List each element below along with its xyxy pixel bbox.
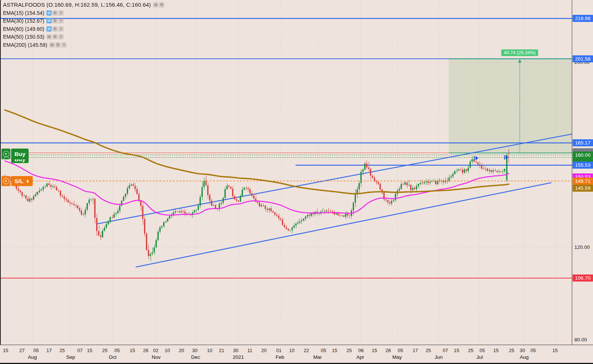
eye-icon[interactable] (46, 18, 52, 23)
price-axis-tick: 120.00 (574, 244, 590, 251)
time-axis-day-tick: 17 (46, 348, 52, 353)
indicator-icons: ⚙× (46, 34, 64, 39)
time-axis-month-label: Mar (313, 354, 322, 360)
price-chart-canvas[interactable] (0, 0, 572, 345)
buy-label: Buy (14, 151, 25, 157)
trading-chart-app: ASTRALFOODS (O:160.69, H:162.59, L:156.4… (0, 0, 593, 364)
indicator-label: EMA(200) (145.59) (3, 42, 47, 48)
time-axis-day-tick: 15 (493, 348, 499, 353)
time-axis-day-tick: 15 (454, 348, 459, 353)
time-axis-month-label: Aug (28, 354, 37, 360)
time-axis-month-label: Aug (520, 354, 529, 360)
price-axis-tick: 80.00 (574, 337, 587, 343)
indicator-label: EMA(50) (150.53) (3, 34, 44, 40)
time-axis-day-tick: 25 (347, 348, 352, 353)
stop-loss-tag[interactable]: × S/L ▲▼ (1, 176, 33, 186)
time-axis-month-label: May (392, 354, 402, 360)
time-axis-day-tick: 15 (332, 348, 337, 353)
price-line-label: 148.71 (573, 178, 593, 185)
symbol-ohlc-text: ASTRALFOODS (O:160.69, H:162.59, L:156.4… (3, 1, 151, 8)
time-axis-day-tick: 06 (358, 348, 364, 353)
symbol-legend-icons: ⚙ (153, 2, 164, 7)
time-axis-day-tick: 30 (520, 348, 525, 353)
close-icon[interactable]: × (58, 34, 64, 39)
time-axis-day-tick: 20 (179, 348, 184, 353)
gear-icon[interactable]: ⚙ (52, 34, 58, 39)
time-axis-day-tick: 05 (33, 348, 39, 353)
price-line-label: 165.17 (573, 139, 593, 146)
price-line-label: 155.53 (573, 162, 593, 169)
time-axis-day-tick: 11 (247, 348, 252, 353)
buy-position-tag[interactable]: × Buy Buy (1, 149, 29, 159)
eye-icon[interactable] (153, 2, 158, 7)
gear-icon[interactable]: ⚙ (52, 18, 58, 23)
time-axis-month-label: Jul (476, 354, 483, 360)
time-axis-day-tick: 27 (19, 348, 25, 353)
stop-loss-stepper[interactable]: ▲▼ (26, 179, 29, 183)
time-axis-day-tick: 15 (552, 348, 558, 353)
symbol-ohlc-row[interactable]: ASTRALFOODS (O:160.69, H:162.59, L:156.4… (3, 1, 164, 8)
price-line-label: 106.70 (573, 274, 593, 282)
price-line-label: 218.98 (573, 15, 593, 22)
eye-icon[interactable] (49, 42, 55, 48)
time-axis-month-label: Nov (152, 354, 161, 360)
time-axis-month-label: Apr (356, 354, 364, 360)
time-axis-day-tick: 25 (59, 348, 65, 353)
price-line-label: 160.00 (573, 152, 593, 159)
eye-icon[interactable] (46, 26, 52, 32)
time-axis-day-tick: 05 (398, 348, 403, 353)
time-axis-month-label: Jun (435, 354, 443, 360)
time-axis-day-tick: 25 (468, 348, 473, 353)
legend-indicator-row[interactable]: EMA(200) (145.59)⚙× (3, 42, 164, 48)
close-position-icon[interactable]: × (1, 149, 10, 159)
close-icon[interactable]: × (58, 10, 64, 16)
time-axis-month-label: Oct (109, 354, 116, 360)
legend-indicator-row[interactable]: EMA(15) (154.54)⚙× (3, 10, 164, 16)
measure-result-label[interactable]: 40.74 (25.34%) (501, 49, 538, 56)
legend-indicator-row[interactable]: EMA(50) (150.53)⚙× (3, 34, 164, 40)
time-axis-day-tick: 10 (207, 348, 212, 353)
time-axis-day-tick: 05 (321, 348, 326, 353)
time-axis-day-tick: 22 (304, 348, 309, 353)
close-stop-icon[interactable]: × (1, 176, 10, 186)
eye-icon[interactable] (46, 34, 52, 39)
time-axis-day-tick: 05 (115, 348, 120, 353)
indicator-label: EMA(15) (154.54) (3, 10, 44, 16)
price-line-label: 201.58 (573, 55, 593, 62)
time-axis-day-tick: 21 (219, 348, 224, 353)
buy-label-box[interactable]: Buy Buy (11, 149, 29, 159)
indicator-icons: ⚙× (46, 26, 64, 32)
stop-loss-box[interactable]: S/L ▲▼ (11, 176, 33, 186)
close-icon[interactable]: × (61, 42, 67, 48)
gear-icon[interactable]: ⚙ (52, 10, 58, 16)
time-axis-day-tick: 15 (87, 348, 92, 353)
gear-icon[interactable]: ⚙ (55, 42, 61, 48)
price-line-label: 145.59 (573, 185, 593, 192)
close-icon[interactable]: × (58, 18, 64, 23)
legend-indicator-row[interactable]: EMA(60) (149.60)⚙× (3, 26, 164, 32)
chart-legend: ASTRALFOODS (O:160.69, H:162.59, L:156.4… (3, 1, 164, 48)
time-axis-day-tick: 05 (531, 348, 536, 353)
time-axis[interactable]: 1527051725071525051526021020301021301120… (0, 345, 593, 363)
time-axis-day-tick: 20 (261, 348, 267, 353)
indicator-icons: ⚙× (49, 42, 67, 48)
time-axis-month-label: 2021 (233, 354, 244, 360)
legend-indicator-row[interactable]: EMA(30) (152.67)⚙× (3, 18, 164, 24)
gear-icon[interactable]: ⚙ (159, 2, 164, 7)
time-axis-day-tick: 30 (192, 348, 197, 353)
time-axis-day-tick: 02 (153, 348, 158, 353)
eye-icon[interactable] (46, 10, 52, 16)
time-axis-day-tick: 17 (413, 348, 418, 353)
close-icon[interactable]: × (58, 26, 64, 32)
indicator-icons: ⚙× (46, 10, 64, 16)
price-axis[interactable]: 218.98201.58200.00165.17160.00155.53150.… (572, 0, 593, 345)
indicator-icons: ⚙× (46, 18, 64, 23)
time-axis-day-tick: 07 (77, 348, 83, 353)
gear-icon[interactable]: ⚙ (52, 26, 58, 32)
time-axis-day-tick: 25 (426, 348, 431, 353)
time-axis-day-tick: 15 (130, 348, 135, 353)
time-axis-day-tick: 26 (143, 348, 148, 353)
time-axis-day-tick: 01 (276, 348, 281, 353)
time-axis-month-label: Feb (275, 354, 284, 360)
time-axis-day-tick: 15 (3, 348, 8, 353)
